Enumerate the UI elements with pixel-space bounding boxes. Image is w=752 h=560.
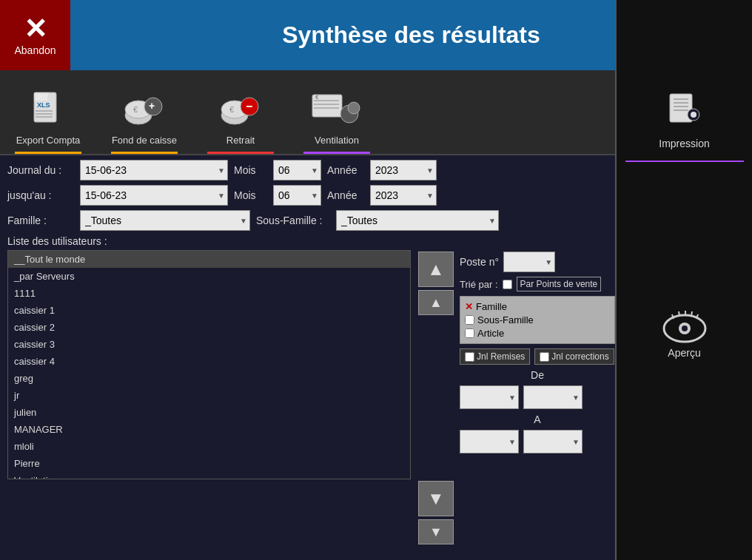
list-item[interactable]: Ventilation: [8, 472, 410, 479]
de-select1-wrapper[interactable]: [460, 385, 519, 409]
list-item[interactable]: MANAGER: [8, 421, 410, 438]
annee1-select-wrapper[interactable]: 2023: [370, 160, 437, 181]
mois2-select[interactable]: 06: [273, 185, 321, 206]
poste-select[interactable]: [503, 252, 555, 272]
toolbar-retrait[interactable]: € − Retrait: [207, 93, 274, 154]
apercu-icon: [659, 310, 711, 347]
list-item[interactable]: Pierre: [8, 455, 410, 472]
apercu-button[interactable]: Aperçu: [659, 310, 711, 359]
mois2-select-wrapper[interactable]: 06: [273, 185, 321, 206]
controls-panel: ▲ ▲ ▼ ▼ Poste n° Trié par: [418, 235, 615, 544]
list-item[interactable]: _par Serveurs: [8, 268, 410, 285]
a-select2[interactable]: [523, 430, 583, 453]
jnl-corrections-button[interactable]: Jnl corrections: [534, 348, 614, 365]
svg-point-38: [682, 325, 688, 331]
famille-label: Famille :: [7, 215, 74, 226]
list-item[interactable]: 1111: [8, 285, 410, 302]
trie-par-label: Trié par :: [460, 279, 498, 290]
toolbar-ventilation[interactable]: € Ventilation: [303, 93, 370, 154]
journal-select[interactable]: 15-06-23: [80, 160, 228, 181]
arrow-down-large-button[interactable]: ▼: [418, 481, 454, 516]
jnl-remises-button[interactable]: Jnl Remises: [460, 348, 530, 365]
list-item[interactable]: caissier 1: [8, 302, 410, 319]
journal-select-wrapper[interactable]: 15-06-23: [80, 160, 228, 181]
impression-button[interactable]: Impression: [625, 81, 744, 162]
article-checkbox[interactable]: [465, 328, 474, 338]
trie-par-row: Trié par : Par Points de vente: [460, 277, 615, 291]
mois1-select-wrapper[interactable]: 06: [273, 160, 321, 181]
impression-label: Impression: [659, 138, 709, 149]
famille-row: Famille : _Toutes Sous-Famille : _Toutes: [7, 210, 607, 231]
impression-icon: [662, 92, 707, 133]
toolbar-fond-caisse[interactable]: € + Fond de caisse: [111, 93, 178, 154]
list-item[interactable]: caissier 4: [8, 353, 410, 370]
jusquau-label: jusqu'au :: [7, 189, 74, 201]
arrow-up-button[interactable]: ▲: [418, 290, 454, 315]
par-points-checkbox[interactable]: [503, 280, 512, 289]
poste-select-wrapper[interactable]: [503, 252, 555, 272]
famille-x-icon: ✕: [465, 301, 473, 312]
svg-rect-26: [674, 102, 688, 104]
famille-select-wrapper[interactable]: _Toutes: [80, 210, 250, 231]
jnl-corrections-checkbox[interactable]: [540, 352, 549, 362]
arrow-up-large-button[interactable]: ▲: [418, 252, 454, 287]
categorie-sous-famille: Sous-Famille: [465, 314, 610, 325]
main-form: Journal du : 15-06-23 Mois 06 Année 2023…: [0, 155, 614, 549]
users-list[interactable]: __Tout le monde _par Serveurs 1111 caiss…: [7, 250, 411, 479]
jnl-remises-checkbox[interactable]: [465, 352, 474, 362]
list-item[interactable]: mloli: [8, 438, 410, 455]
close-icon: ✕: [24, 15, 47, 43]
annee1-select[interactable]: 2023: [370, 160, 437, 181]
sous-famille-cat-label: Sous-Famille: [477, 314, 534, 325]
a-select2-wrapper[interactable]: [523, 430, 583, 453]
svg-line-33: [679, 311, 679, 316]
journal-label: Journal du :: [7, 164, 74, 176]
categories-box: ✕ Famille Sous-Famille Article: [460, 296, 615, 344]
famille-select[interactable]: _Toutes: [80, 210, 250, 231]
mois1-label: Mois: [234, 164, 267, 176]
a-selects: [460, 430, 615, 453]
list-item[interactable]: __Tout le monde: [8, 251, 410, 268]
de-select2[interactable]: [523, 385, 583, 409]
svg-text:€: €: [133, 105, 138, 114]
mois1-select[interactable]: 06: [273, 160, 321, 181]
sous-famille-select-wrapper[interactable]: _Toutes: [336, 210, 499, 231]
retrait-icon: € −: [218, 93, 263, 132]
poste-label: Poste n°: [460, 256, 499, 268]
annee2-label: Année: [327, 189, 364, 201]
svg-line-35: [691, 311, 692, 316]
arrow-down-button[interactable]: ▼: [418, 519, 454, 544]
list-item[interactable]: caissier 3: [8, 336, 410, 353]
a-select1[interactable]: [460, 430, 519, 453]
fond-caisse-icon: € +: [122, 93, 167, 132]
a-label: A: [460, 414, 615, 425]
list-item[interactable]: greg: [8, 370, 410, 387]
list-item[interactable]: caissier 2: [8, 319, 410, 336]
de-select2-wrapper[interactable]: [523, 385, 583, 409]
jusquau-select-wrapper[interactable]: 15-06-23: [80, 185, 228, 206]
abandon-label: Abandon: [14, 44, 56, 56]
de-label: De: [460, 369, 615, 381]
a-select1-wrapper[interactable]: [460, 430, 519, 453]
de-select1[interactable]: [460, 385, 519, 409]
svg-rect-2: [36, 94, 47, 101]
abandon-button[interactable]: ✕ Abandon: [0, 0, 70, 70]
sous-famille-select[interactable]: _Toutes: [336, 210, 499, 231]
list-item[interactable]: jr: [8, 387, 410, 404]
svg-rect-27: [674, 106, 688, 107]
categorie-article: Article: [465, 328, 610, 339]
bottom-section: Liste des utilisateurs : __Tout le monde…: [7, 235, 607, 544]
arrow-controls: ▲ ▲ ▼ ▼: [418, 252, 454, 544]
jusquau-select[interactable]: 15-06-23: [80, 185, 228, 206]
apercu-label: Aperçu: [668, 347, 700, 359]
ventilation-label: Ventilation: [315, 135, 359, 146]
annee2-select-wrapper[interactable]: 2023: [370, 185, 437, 206]
jnl-remises-label: Jnl Remises: [477, 351, 525, 362]
toolbar-export-compta[interactable]: XLS Export Compta: [15, 91, 81, 154]
famille-cat-label: Famille: [476, 301, 507, 312]
sous-famille-checkbox[interactable]: [465, 315, 474, 325]
par-points-label: Par Points de vente: [517, 277, 602, 291]
list-item[interactable]: julien: [8, 404, 410, 421]
annee2-select[interactable]: 2023: [370, 185, 437, 206]
export-compta-label: Export Compta: [16, 135, 81, 146]
